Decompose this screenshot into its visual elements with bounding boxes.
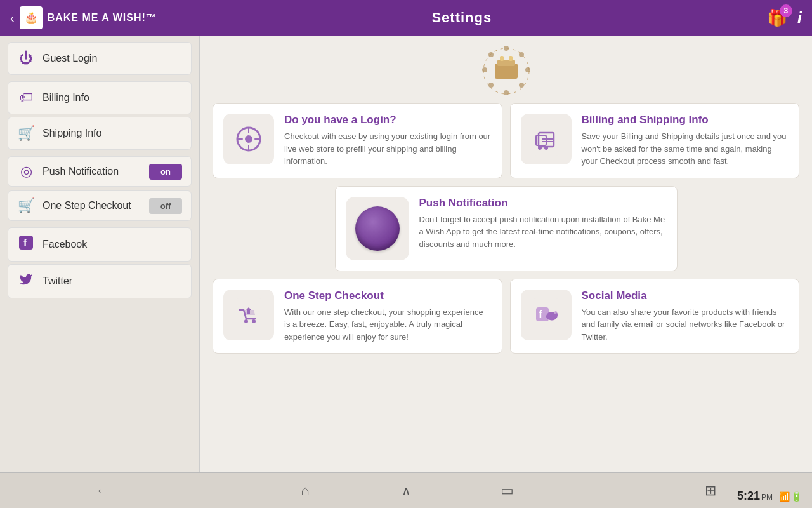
- push-card-row: Push Notification Don't forget to accept…: [213, 186, 799, 271]
- sidebar-checkout-label: One Step Checkout: [43, 200, 131, 211]
- billing-card: Billing and Shipping Info Save your Bill…: [510, 103, 800, 178]
- sidebar-item-push-notification[interactable]: ◎ Push Notification on: [8, 156, 192, 187]
- svg-text:f: f: [23, 237, 27, 248]
- social-card-title: Social Media: [582, 290, 789, 302]
- topbar: ‹ 🎂 BAKE ME A WISH!™ Settings 🎁 3 i: [0, 0, 812, 36]
- billing-card-content: Billing and Shipping Info Save your Bill…: [582, 114, 789, 168]
- sidebar-item-shipping-info[interactable]: 🛒 Shipping Info: [8, 117, 192, 150]
- back-button[interactable]: ‹: [10, 11, 15, 25]
- cards-grid: Do you have a Login? Checkout with ease …: [213, 103, 799, 354]
- sidebar-twitter-label: Twitter: [43, 276, 72, 287]
- checkout-card-desc: With our one step checkout, your shoppin…: [284, 306, 492, 344]
- facebook-icon: f: [17, 236, 35, 253]
- sidebar-facebook-label: Facebook: [43, 239, 87, 250]
- billing-card-title: Billing and Shipping Info: [582, 114, 789, 126]
- svg-point-14: [488, 52, 494, 57]
- sidebar-item-twitter[interactable]: Twitter: [8, 264, 192, 298]
- push-card-desc: Don't forget to accept push notification…: [419, 213, 667, 251]
- svg-point-31: [554, 311, 557, 314]
- battery-icon: 🔋: [791, 491, 802, 502]
- sidebar-shipping-label: Shipping Info: [43, 128, 102, 139]
- cards-row-1: Do you have a Login? Checkout with ease …: [213, 103, 799, 178]
- notification-icon: ◎: [17, 163, 35, 180]
- checkout-icon: 🛒: [17, 197, 35, 214]
- cards-row-3: One Step Checkout With our one step chec…: [213, 279, 799, 354]
- svg-point-8: [519, 52, 524, 57]
- svg-rect-29: [536, 307, 549, 321]
- sidebar-item-billing-info[interactable]: 🏷 Billing Info: [8, 81, 192, 114]
- nav-home-button[interactable]: ⌂: [288, 478, 322, 504]
- sidebar-item-facebook[interactable]: f Facebook: [8, 227, 192, 262]
- social-card: f Social Media You can also share your f…: [510, 279, 800, 354]
- sidebar-push-label: Push Notification: [43, 166, 119, 177]
- sidebar-item-one-step-checkout[interactable]: 🛒 One Step Checkout off: [8, 190, 192, 221]
- wifi-icon: 📶: [779, 491, 790, 502]
- main-content: ⏻ Guest Login 🏷 Billing Info 🛒 Shipping …: [0, 36, 812, 472]
- svg-rect-6: [509, 56, 513, 61]
- badge-count: 3: [780, 4, 792, 17]
- push-card-content: Push Notification Don't forget to accept…: [419, 197, 667, 260]
- svg-point-10: [519, 83, 524, 88]
- push-card-title: Push Notification: [419, 197, 667, 210]
- checkout-card-icon: [223, 290, 274, 340]
- power-icon: ⏻: [17, 50, 35, 67]
- sidebar: ⏻ Guest Login 🏷 Billing Info 🛒 Shipping …: [0, 36, 200, 472]
- checkout-card-content: One Step Checkout With our one step chec…: [284, 290, 492, 344]
- nav-recent-button[interactable]: ▭: [488, 478, 527, 504]
- svg-point-26: [244, 319, 248, 323]
- social-card-icon: f: [521, 290, 572, 340]
- gift-badge-button[interactable]: 🎁 3: [767, 8, 787, 28]
- svg-point-23: [538, 146, 542, 150]
- info-button[interactable]: i: [797, 8, 802, 28]
- checkout-card-title: One Step Checkout: [284, 290, 492, 302]
- nav-back-button[interactable]: ←: [83, 478, 122, 504]
- shipping-icon: 🛒: [17, 125, 35, 142]
- svg-point-27: [252, 319, 256, 323]
- social-card-content: Social Media You can also share your fav…: [582, 290, 789, 344]
- nav-scan-button[interactable]: ⊞: [692, 478, 729, 504]
- sidebar-guest-login-label: Guest Login: [43, 53, 97, 64]
- svg-rect-4: [497, 60, 515, 66]
- login-card-desc: Checkout with ease by using your existin…: [284, 130, 492, 168]
- svg-point-9: [525, 67, 530, 72]
- bottom-nav: ← ⌂ ▭ ⊞ ∧ 5:21 PM 📶 🔋: [0, 472, 812, 508]
- svg-text:f: f: [539, 308, 543, 321]
- sidebar-item-guest-login[interactable]: ⏻ Guest Login: [8, 42, 192, 75]
- login-card-content: Do you have a Login? Checkout with ease …: [284, 114, 492, 168]
- top-cake-image: [481, 46, 532, 97]
- push-circle: [355, 206, 400, 251]
- twitter-icon: [17, 272, 35, 290]
- push-toggle-button[interactable]: on: [149, 164, 182, 180]
- svg-point-24: [544, 146, 548, 150]
- svg-point-12: [488, 83, 494, 88]
- svg-rect-5: [500, 56, 504, 61]
- billing-card-desc: Save your Billing and Shipping details j…: [582, 130, 789, 168]
- nav-up-button[interactable]: ∧: [402, 483, 411, 498]
- svg-point-7: [504, 46, 509, 51]
- svg-point-13: [482, 67, 487, 72]
- right-panel: Do you have a Login? Checkout with ease …: [200, 36, 812, 472]
- app-name: BAKE ME A WISH!™: [48, 12, 157, 23]
- topbar-right: 🎁 3 i: [767, 8, 802, 28]
- login-card-title: Do you have a Login?: [284, 114, 492, 126]
- push-card: Push Notification Don't forget to accept…: [335, 186, 678, 271]
- checkout-card: One Step Checkout With our one step chec…: [213, 279, 502, 354]
- page-title: Settings: [157, 10, 767, 26]
- status-ampm: PM: [761, 493, 773, 502]
- social-card-desc: You can also share your favorite product…: [582, 306, 789, 344]
- checkout-toggle-button[interactable]: off: [149, 198, 182, 214]
- login-card-icon: [223, 114, 274, 164]
- svg-point-11: [504, 90, 509, 95]
- topbar-left: ‹ 🎂 BAKE ME A WISH!™: [10, 6, 157, 29]
- status-time: 5:21: [737, 490, 760, 503]
- billing-icon: 🏷: [17, 90, 35, 106]
- sidebar-billing-label: Billing Info: [43, 92, 89, 104]
- svg-point-17: [245, 135, 252, 143]
- billing-card-icon: [521, 114, 572, 164]
- push-card-icon: [346, 197, 409, 260]
- app-logo: 🎂: [20, 6, 43, 29]
- login-card: Do you have a Login? Checkout with ease …: [213, 103, 502, 178]
